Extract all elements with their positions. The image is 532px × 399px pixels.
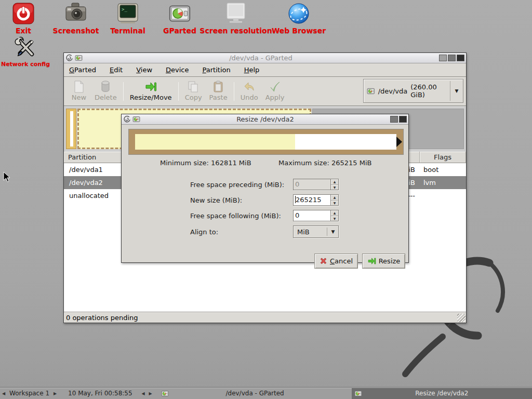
window-menu-spiral-icon[interactable] [123, 115, 131, 123]
desktop-icon-web-browser[interactable]: Web Browser [270, 2, 327, 35]
desktop-icon-terminal[interactable]: >_ Terminal [102, 2, 154, 35]
desktop-icon-gparted[interactable]: GParted [156, 2, 204, 35]
maximum-size-label: Maximum size: 265215 MiB [278, 159, 371, 167]
monitor-icon [224, 2, 247, 25]
close-button[interactable] [399, 116, 407, 123]
desktop-icon-exit[interactable]: Exit [6, 2, 41, 35]
menu-view[interactable]: View [136, 66, 152, 74]
menubar: GParted Edit View Device Partition Help [64, 63, 466, 77]
desktop-icon-label: Screen resolution [200, 26, 272, 35]
terminal-crt-icon: >_ [116, 2, 139, 25]
delete-partition-icon [100, 80, 111, 94]
spin-up-icon[interactable]: ▲ [331, 195, 338, 200]
chevron-down-icon[interactable]: ▼ [450, 88, 463, 94]
tools-icon [14, 36, 37, 59]
globe-icon [287, 2, 310, 25]
status-bar: 0 operations pending [64, 312, 466, 323]
apply-button[interactable]: Apply [262, 79, 288, 102]
cancel-button[interactable]: Cancel [314, 254, 358, 269]
gparted-window-icon [132, 115, 140, 123]
device-size: (260.00 GiB) [410, 83, 450, 99]
spin-buttons[interactable]: ▲ ▼ [330, 195, 338, 205]
taskbar-task-gparted[interactable]: /dev/vda - GParted [158, 388, 352, 399]
copy-button[interactable]: Copy [181, 79, 206, 102]
workspace-indicator[interactable]: Workspace 1 [7, 390, 51, 397]
desktop-icon-network-config[interactable]: Network config [0, 36, 51, 68]
workspace-next-icon[interactable]: ▶ [51, 391, 59, 396]
field-row-new-size: New size (MiB): 265215 ▲ ▼ [122, 192, 408, 208]
column-header-partition[interactable]: Partition [64, 152, 122, 163]
paste-icon [213, 80, 223, 94]
free-space-preceding-spinbox: 0 ▲ ▼ [293, 179, 339, 190]
apply-check-icon [269, 80, 281, 94]
resize-dialog: Resize /dev/vda2 Minimum size: 162811 Mi… [121, 114, 409, 263]
dialog-titlebar[interactable]: Resize /dev/vda2 [122, 114, 408, 125]
menu-help[interactable]: Help [244, 66, 260, 74]
undo-icon [243, 80, 256, 94]
menu-gparted[interactable]: GParted [69, 66, 96, 74]
desktop-icon-screen-resolution[interactable]: Screen resolution [203, 2, 269, 35]
desktop-icon-screenshot[interactable]: Screenshot [50, 2, 102, 35]
toolbar-separator [178, 82, 179, 101]
column-header-flags[interactable]: Flags [420, 152, 466, 163]
exit-power-icon [12, 2, 35, 25]
main-window-titlebar[interactable]: /dev/vda - GParted [64, 53, 466, 63]
taskbar: ◀ Workspace 1 ▶ 10 May, Fri 00:58:55 ◀ ▶… [0, 387, 532, 399]
paste-button[interactable]: Paste [206, 79, 231, 102]
menu-device[interactable]: Device [166, 66, 189, 74]
resize-handle-right-icon[interactable] [396, 137, 402, 147]
desktop-icon-label: Terminal [110, 26, 145, 35]
resize-grip[interactable] [457, 314, 466, 322]
desktop-icon-label: GParted [163, 26, 196, 35]
undo-button[interactable]: Undo [237, 79, 262, 102]
pending-operations-text: 0 operations pending [66, 314, 138, 322]
desktop-icon-label: Screenshot [53, 26, 99, 35]
gparted-disk-icon [168, 2, 191, 25]
resize-slider-widget[interactable] [128, 129, 404, 155]
free-space-following-spinbox[interactable]: 0 ▲ ▼ [293, 210, 339, 221]
camera-icon [64, 2, 87, 25]
align-to-dropdown[interactable]: MiB ▼ [293, 225, 339, 238]
device-selector[interactable]: /dev/vda (260.00 GiB) ▼ [363, 79, 463, 103]
spin-buttons[interactable]: ▲ ▼ [330, 210, 338, 221]
taskbar-task-resize-dialog[interactable]: Resize /dev/vda2 [352, 388, 532, 399]
maximize-button[interactable] [448, 55, 456, 61]
tasklist-next-icon[interactable]: ▶ [147, 391, 154, 396]
cancel-x-icon [320, 257, 327, 265]
spin-down-icon[interactable]: ▼ [331, 216, 338, 221]
main-window-title: /dev/vda - GParted [83, 54, 439, 62]
dialog-title: Resize /dev/vda2 [140, 115, 390, 123]
field-row-preceding: Free space preceding (MiB): 0 ▲ ▼ [122, 177, 408, 192]
disk-segment-vda1[interactable] [66, 109, 76, 149]
svg-text:>_: >_ [122, 7, 127, 12]
resize-button[interactable]: Resize [362, 254, 405, 269]
taskbar-clock: 10 May, Fri 00:58:55 [59, 390, 140, 397]
toolbar-separator [234, 82, 234, 101]
segment-free-space [70, 111, 73, 147]
desktop-icon-label: Exit [16, 26, 31, 35]
menu-edit[interactable]: Edit [110, 66, 123, 74]
field-row-following: Free space following (MiB): 0 ▲ ▼ [122, 208, 408, 223]
toolbar-separator [123, 82, 124, 101]
minimum-size-label: Minimum size: 162811 MiB [160, 159, 251, 167]
resize-arrow-icon [367, 257, 376, 265]
new-size-spinbox[interactable]: 265215 ▲ ▼ [293, 194, 339, 206]
window-menu-spiral-icon[interactable] [65, 54, 73, 62]
chevron-down-icon: ▼ [328, 229, 338, 234]
close-button[interactable] [457, 55, 464, 61]
resize-move-button[interactable]: Resize/Move [126, 79, 176, 102]
spin-up-icon: ▲ [331, 179, 338, 184]
minimize-button[interactable] [439, 55, 447, 61]
spin-up-icon[interactable]: ▲ [331, 210, 338, 216]
maximize-button[interactable] [390, 116, 398, 123]
workspace-prev-icon[interactable]: ◀ [0, 391, 7, 396]
mouse-cursor [3, 171, 11, 183]
copy-icon [188, 80, 199, 94]
new-button[interactable]: New [67, 79, 91, 102]
delete-button[interactable]: Delete [91, 79, 121, 102]
menu-partition[interactable]: Partition [203, 66, 231, 74]
desktop-icon-label: Network config [1, 61, 50, 68]
spin-down-icon[interactable]: ▼ [331, 200, 338, 206]
spin-buttons: ▲ ▼ [330, 179, 338, 190]
tasklist-prev-icon[interactable]: ◀ [140, 391, 147, 396]
